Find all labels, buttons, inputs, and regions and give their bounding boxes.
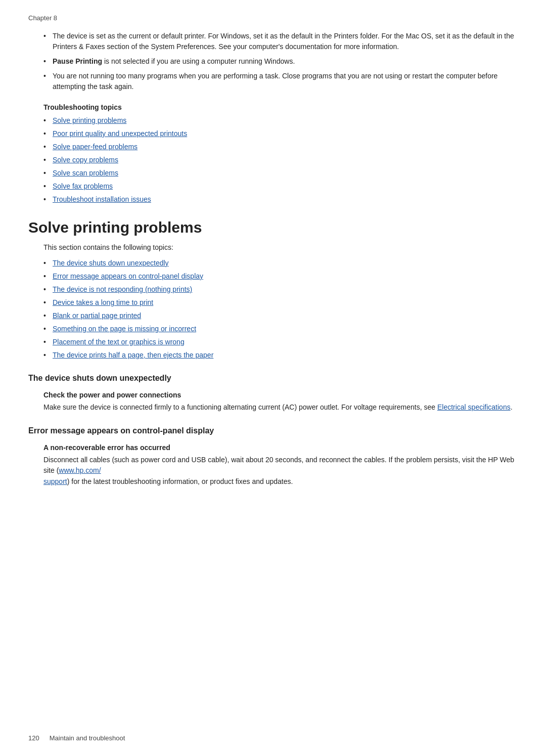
sp-link-4[interactable]: Device takes a long time to print xyxy=(53,298,153,306)
sp-link-7[interactable]: Placement of the text or graphics is wro… xyxy=(53,338,185,346)
intro-bullet-3-text: You are not running too many programs wh… xyxy=(53,72,497,91)
check-power-body-end: . xyxy=(511,403,513,411)
check-power-body-text: Make sure the device is connected firmly… xyxy=(43,403,437,411)
sp-link-item-8: The device prints half a page, then ejec… xyxy=(43,350,518,361)
tt-link-item-7: Troubleshoot installation issues xyxy=(43,194,518,205)
check-power-heading: Check the power and power connections xyxy=(43,391,518,399)
tt-link-5[interactable]: Solve scan problems xyxy=(53,169,118,177)
tt-link-6[interactable]: Solve fax problems xyxy=(53,182,113,190)
intro-bullet-3: You are not running too many programs wh… xyxy=(43,71,518,92)
sp-link-item-5: Blank or partial page printed xyxy=(43,310,518,321)
sp-link-item-4: Device takes a long time to print xyxy=(43,297,518,308)
footer-label: Maintain and troubleshoot xyxy=(50,734,125,742)
error-message-heading: Error message appears on control-panel d… xyxy=(28,426,518,435)
check-power-body: Make sure the device is connected firmly… xyxy=(43,402,518,413)
sp-link-item-3: The device is not responding (nothing pr… xyxy=(43,284,518,295)
sp-link-8[interactable]: The device prints half a page, then ejec… xyxy=(53,351,213,359)
solve-printing-links-list: The device shuts down unexpectedly Error… xyxy=(43,258,518,361)
solve-printing-title: Solve printing problems xyxy=(28,219,518,236)
troubleshooting-topics-list: Solve printing problems Poor print quali… xyxy=(43,115,518,205)
tt-link-7[interactable]: Troubleshoot installation issues xyxy=(53,195,151,203)
intro-bullet-2: Pause Printing is not selected if you ar… xyxy=(43,56,518,67)
footer-page-number: 120 xyxy=(28,734,39,742)
sp-link-1[interactable]: The device shuts down unexpectedly xyxy=(53,259,169,267)
tt-link-item-1: Solve printing problems xyxy=(43,115,518,126)
electrical-specs-link[interactable]: Electrical specifications xyxy=(437,403,511,411)
non-recoverable-body-text1: Disconnect all cables (such as power cor… xyxy=(43,456,514,475)
troubleshooting-topics-heading: Troubleshooting topics xyxy=(43,103,518,111)
chapter-label: Chapter 8 xyxy=(28,14,518,22)
device-shuts-down-heading: The device shuts down unexpectedly xyxy=(28,374,518,383)
sp-link-item-7: Placement of the text or graphics is wro… xyxy=(43,337,518,347)
tt-link-item-6: Solve fax problems xyxy=(43,181,518,192)
tt-link-3[interactable]: Solve paper-feed problems xyxy=(53,143,138,151)
sp-link-5[interactable]: Blank or partial page printed xyxy=(53,312,141,320)
sp-link-2[interactable]: Error message appears on control-panel d… xyxy=(53,272,203,280)
tt-link-item-2: Poor print quality and unexpected printo… xyxy=(43,128,518,139)
solve-printing-intro: This section contains the following topi… xyxy=(43,242,518,253)
tt-link-2[interactable]: Poor print quality and unexpected printo… xyxy=(53,129,187,138)
tt-link-item-4: Solve copy problems xyxy=(43,155,518,165)
page-footer: 120 Maintain and troubleshoot xyxy=(28,734,518,742)
sp-link-item-2: Error message appears on control-panel d… xyxy=(43,271,518,282)
sp-link-item-1: The device shuts down unexpectedly xyxy=(43,258,518,269)
tt-link-4[interactable]: Solve copy problems xyxy=(53,156,118,164)
non-recoverable-body: Disconnect all cables (such as power cor… xyxy=(43,455,518,487)
sp-link-3[interactable]: The device is not responding (nothing pr… xyxy=(53,285,192,293)
intro-bullet-1: The device is set as the current or defa… xyxy=(43,31,518,52)
sp-link-6[interactable]: Something on the page is missing or inco… xyxy=(53,325,196,333)
intro-bullet-1-text: The device is set as the current or defa… xyxy=(53,32,514,51)
intro-bullet-2-text: Pause Printing is not selected if you ar… xyxy=(53,57,295,65)
non-recoverable-heading: A non-recoverable error has occurred xyxy=(43,443,518,452)
intro-bullet-list: The device is set as the current or defa… xyxy=(43,31,518,92)
tt-link-item-3: Solve paper-feed problems xyxy=(43,142,518,152)
tt-link-item-5: Solve scan problems xyxy=(43,168,518,179)
hp-website-link2[interactable]: support xyxy=(43,477,67,485)
non-recoverable-body-text2: ) for the latest troubleshooting informa… xyxy=(67,477,293,485)
sp-link-item-6: Something on the page is missing or inco… xyxy=(43,324,518,334)
tt-link-1[interactable]: Solve printing problems xyxy=(53,116,126,124)
pause-printing-bold: Pause Printing xyxy=(53,57,102,65)
hp-website-link1[interactable]: www.hp.com/ xyxy=(59,466,101,474)
